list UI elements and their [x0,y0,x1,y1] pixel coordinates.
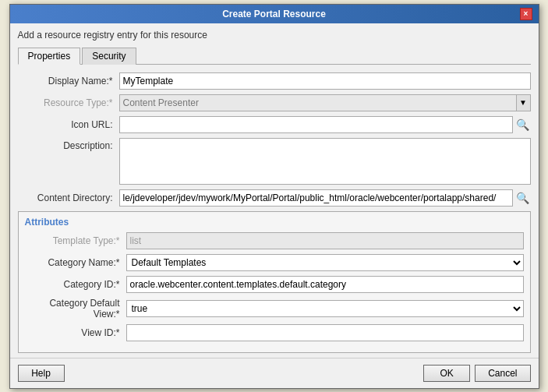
category-default-view-row: Category Default View:* true false [25,298,524,320]
resource-type-wrapper: ▼ [119,94,531,111]
template-type-label: Template Type:* [25,235,126,246]
display-name-input[interactable] [119,72,531,90]
description-label: Description: [18,138,119,151]
resource-type-dropdown-icon: ▼ [517,94,531,111]
display-name-row: Display Name:* [18,72,531,90]
category-default-view-select[interactable]: true false [126,300,524,317]
tab-properties[interactable]: Properties [18,48,81,65]
description-input[interactable] [119,138,531,185]
template-type-row: Template Type:* [25,232,524,249]
category-name-row: Category Name:* Default Templates [25,254,524,271]
icon-url-label: Icon URL: [18,119,119,130]
category-name-label: Category Name:* [25,257,126,268]
category-id-input[interactable] [126,276,524,293]
content-directory-search-icon[interactable]: 🔍 [515,189,531,207]
view-id-row: View ID:* [25,324,524,341]
icon-url-search-icon[interactable]: 🔍 [515,116,531,133]
ok-button[interactable]: OK [423,365,470,382]
category-id-row: Category ID:* [25,276,524,293]
view-id-label: View ID:* [25,327,126,338]
resource-type-label: Resource Type:* [18,97,119,108]
icon-url-row: Icon URL: 🔍 [18,116,531,133]
template-type-input [126,232,524,249]
footer-right: OK Cancel [423,365,530,382]
icon-url-input[interactable] [119,116,513,133]
title-bar: Create Portal Resource × [10,5,539,23]
category-id-label: Category ID:* [25,279,126,290]
cancel-button[interactable]: Cancel [475,365,530,382]
category-default-view-label: Category Default View:* [25,298,126,320]
dialog-body: Add a resource registry entry for this r… [10,23,539,358]
description-row: Description: [18,138,531,185]
dialog-footer: Help OK Cancel [10,358,539,388]
dialog-title: Create Portal Resource [29,9,520,19]
category-name-wrapper: Default Templates [126,254,524,271]
view-id-input[interactable] [126,324,524,341]
properties-form: Display Name:* Resource Type:* ▼ Icon UR… [18,72,531,353]
content-directory-label: Content Directory: [18,192,119,203]
help-button[interactable]: Help [18,365,65,382]
content-directory-wrapper: 🔍 [119,189,531,207]
tab-security[interactable]: Security [82,48,136,65]
create-portal-resource-dialog: Create Portal Resource × Add a resource … [9,4,539,389]
attributes-group: Attributes Template Type:* Category Name… [18,211,531,353]
icon-url-wrapper: 🔍 [119,116,531,133]
resource-type-input [119,94,517,111]
tab-bar: Properties Security [18,47,531,65]
dialog-subtitle: Add a resource registry entry for this r… [18,30,531,41]
display-name-label: Display Name:* [18,76,119,87]
close-button[interactable]: × [520,8,532,20]
category-name-select[interactable]: Default Templates [126,254,524,271]
resource-type-row: Resource Type:* ▼ [18,94,531,111]
content-directory-row: Content Directory: 🔍 [18,189,531,207]
content-directory-input[interactable] [119,189,513,207]
attributes-legend: Attributes [25,217,524,228]
